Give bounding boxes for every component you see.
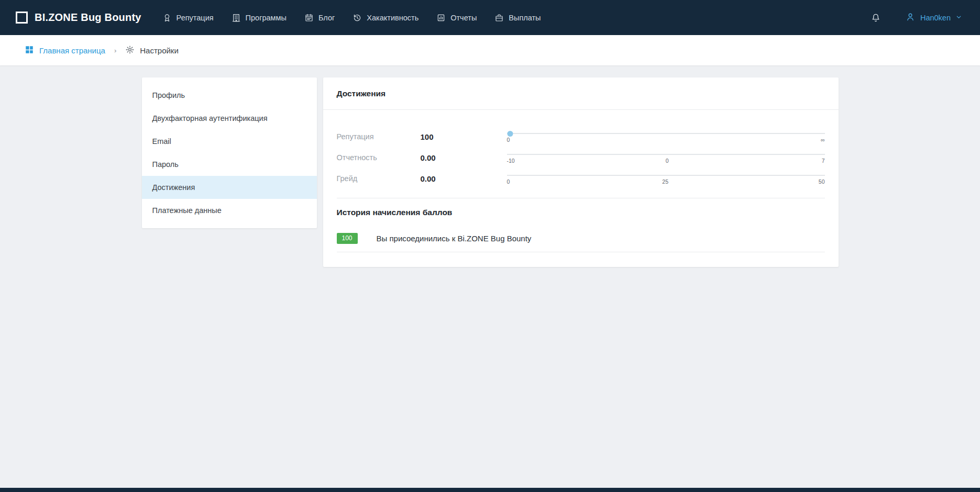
points-history-section: История начисления баллов 100 Вы присоед… <box>337 198 825 267</box>
nav-item-payouts[interactable]: Выплаты <box>494 13 541 23</box>
breadcrumb-home-link[interactable]: Главная страница <box>25 45 105 56</box>
slider-scale-labels: 0 ∞ <box>507 137 825 143</box>
nav-item-reputation[interactable]: Репутация <box>162 13 214 23</box>
chevron-down-icon <box>955 14 962 22</box>
reputation-scale-slider: 0 ∞ <box>507 130 825 143</box>
nav-label: Программы <box>246 14 287 22</box>
slider-scale-labels: 0 25 50 <box>507 178 825 185</box>
breadcrumb: Главная страница › Настройки <box>0 35 980 65</box>
sidebar-item-label: Пароль <box>152 160 179 169</box>
scale-max: ∞ <box>820 137 825 143</box>
metric-row-reporting: Отчетность 0.00 -10 0 7 <box>337 151 825 164</box>
breadcrumb-current: Настройки <box>125 45 179 56</box>
nav-label: Выплаты <box>509 14 541 22</box>
history-entry: 100 Вы присоединились к Bi.ZONE Bug Boun… <box>337 233 825 252</box>
user-menu[interactable]: Han0ken <box>905 12 962 24</box>
scale-min: 0 <box>507 178 512 185</box>
nav-item-hackactivity[interactable]: Хакактивность <box>353 13 419 23</box>
sidebar-item-password[interactable]: Пароль <box>142 153 317 176</box>
metric-value: 0.00 <box>421 153 507 162</box>
points-history-title: История начисления баллов <box>337 208 825 217</box>
settings-content: Профиль Двухфакторная аутентификация Ema… <box>142 77 839 267</box>
footer-strip <box>0 488 980 492</box>
nav-item-programs[interactable]: Программы <box>232 13 287 23</box>
points-badge: 100 <box>337 233 358 244</box>
reputation-icon <box>162 13 172 23</box>
metric-row-reputation: Репутация 100 0 ∞ <box>337 130 825 143</box>
metric-row-grade: Грейд 0.00 0 25 50 <box>337 172 825 185</box>
brand-logo[interactable]: BI.ZONE Bug Bounty <box>16 12 141 24</box>
nav-item-reports[interactable]: Отчеты <box>436 13 477 23</box>
scale-min: 0 <box>507 137 512 143</box>
reports-icon <box>436 13 446 23</box>
scale-mid <box>663 137 668 143</box>
main-nav: Репутация Программы Блог Хакактивность О… <box>162 13 541 23</box>
sidebar-item-label: Платежные данные <box>152 206 222 215</box>
sidebar-item-2fa[interactable]: Двухфакторная аутентификация <box>142 107 317 130</box>
nav-item-blog[interactable]: Блог <box>304 13 335 23</box>
bizone-logo-icon <box>16 12 28 24</box>
sidebar-item-achievements[interactable]: Достижения <box>142 176 317 199</box>
slider-track <box>507 154 825 155</box>
metric-label: Репутация <box>337 132 421 141</box>
gear-icon <box>125 45 135 56</box>
slider-scale-labels: -10 0 7 <box>507 158 825 164</box>
metric-value: 100 <box>421 132 507 141</box>
sidebar-item-label: Email <box>152 137 171 146</box>
username: Han0ken <box>920 14 951 22</box>
scale-mid: 0 <box>665 158 670 164</box>
slider-track <box>507 175 825 176</box>
nav-label: Отчеты <box>450 14 477 22</box>
scale-max: 50 <box>819 178 825 185</box>
breadcrumb-separator: › <box>114 47 116 54</box>
hackactivity-icon <box>353 13 362 23</box>
metric-value: 0.00 <box>421 174 507 183</box>
reporting-scale-slider: -10 0 7 <box>507 151 825 164</box>
blog-icon <box>304 13 314 23</box>
breadcrumb-home-label: Главная страница <box>39 46 105 55</box>
brand-title: BI.ZONE Bug Bounty <box>35 12 141 24</box>
slider-track <box>507 133 825 134</box>
scale-mid: 25 <box>662 178 668 185</box>
sidebar-item-label: Профиль <box>152 91 185 99</box>
sidebar-item-payment-data[interactable]: Платежные данные <box>142 199 317 222</box>
nav-label: Репутация <box>177 14 214 22</box>
sidebar-item-email[interactable]: Email <box>142 130 317 153</box>
top-navbar: BI.ZONE Bug Bounty Репутация Программы Б… <box>0 0 980 35</box>
scale-max: 7 <box>820 158 825 164</box>
slider-dot <box>507 131 513 137</box>
notifications-bell-icon[interactable] <box>871 13 881 23</box>
navbar-right: Han0ken <box>871 12 964 24</box>
metrics-list: Репутация 100 0 ∞ Отчетность 0.00 <box>323 110 839 198</box>
breadcrumb-current-label: Настройки <box>140 46 179 55</box>
user-icon <box>905 12 916 24</box>
metric-label: Грейд <box>337 174 421 183</box>
home-grid-icon <box>25 45 34 56</box>
grade-scale-slider: 0 25 50 <box>507 172 825 185</box>
panel-title: Достижения <box>323 77 839 110</box>
sidebar-item-label: Достижения <box>152 183 195 192</box>
metric-label: Отчетность <box>337 153 421 162</box>
nav-label: Блог <box>318 14 335 22</box>
history-entry-text: Вы присоединились к Bi.ZONE Bug Bounty <box>377 234 532 243</box>
sidebar-item-profile[interactable]: Профиль <box>142 84 317 107</box>
achievements-panel: Достижения Репутация 100 0 ∞ Отчетность <box>323 77 839 267</box>
scale-min: -10 <box>507 158 515 164</box>
programs-icon <box>232 13 241 23</box>
settings-sidebar: Профиль Двухфакторная аутентификация Ema… <box>142 77 317 228</box>
payouts-icon <box>494 13 504 23</box>
sidebar-item-label: Двухфакторная аутентификация <box>152 114 268 122</box>
nav-label: Хакактивность <box>367 14 419 22</box>
